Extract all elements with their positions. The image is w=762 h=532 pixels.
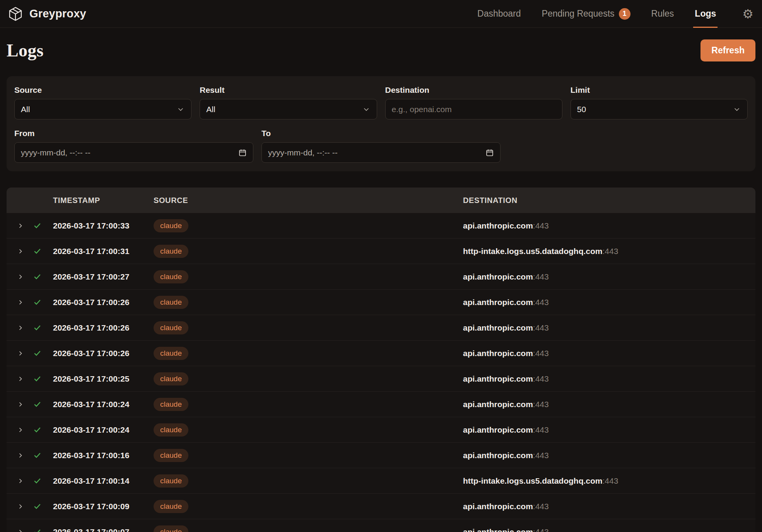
table-row[interactable]: 2026-03-17 17:00:09 claude api.anthropic… [7, 494, 755, 519]
table-row[interactable]: 2026-03-17 17:00:24 claude api.anthropic… [7, 392, 755, 417]
nav-logs[interactable]: Logs [695, 0, 716, 28]
expand-chevron-icon[interactable] [17, 452, 33, 459]
expand-chevron-icon[interactable] [17, 273, 33, 281]
source-badge: claude [154, 474, 188, 488]
row-destination: api.anthropic.com:443 [463, 374, 755, 384]
destination-port: :443 [533, 349, 549, 358]
filter-to-label: To [261, 129, 501, 138]
limit-select[interactable]: 50 [571, 99, 748, 119]
filters-panel: Source All Result All Destination Limit [7, 76, 755, 171]
result-select-value: All [206, 105, 215, 114]
expand-chevron-icon[interactable] [17, 426, 33, 434]
destination-port: :443 [533, 502, 549, 511]
row-source: claude [154, 270, 463, 283]
destination-input[interactable] [385, 99, 562, 119]
success-check-icon [33, 374, 53, 383]
destination-host: api.anthropic.com [463, 400, 533, 409]
nav-dashboard[interactable]: Dashboard [477, 0, 521, 28]
to-datetime-input[interactable]: yyyy-mm-dd, --:-- -- [261, 142, 501, 163]
success-check-icon [33, 323, 53, 332]
brand: Greyproxy [7, 5, 86, 22]
destination-host: api.anthropic.com [463, 221, 533, 230]
destination-host: api.anthropic.com [463, 527, 533, 532]
row-destination: api.anthropic.com:443 [463, 527, 755, 532]
expand-chevron-icon[interactable] [17, 503, 33, 510]
source-badge: claude [154, 270, 188, 283]
destination-host: api.anthropic.com [463, 298, 533, 307]
destination-host: http-intake.logs.us5.datadoghq.com [463, 247, 603, 256]
row-destination: api.anthropic.com:443 [463, 349, 755, 358]
table-row[interactable]: 2026-03-17 17:00:07 claude api.anthropic… [7, 519, 755, 532]
calendar-icon[interactable] [238, 148, 247, 157]
destination-port: :443 [603, 476, 618, 485]
limit-select-value: 50 [577, 105, 586, 114]
expand-chevron-icon[interactable] [17, 350, 33, 357]
nav-pending-requests[interactable]: Pending Requests 1 [542, 0, 630, 28]
destination-host: api.anthropic.com [463, 451, 533, 460]
row-timestamp: 2026-03-17 17:00:26 [53, 323, 154, 332]
pending-count-badge: 1 [619, 8, 630, 20]
brand-name: Greyproxy [29, 7, 86, 20]
success-check-icon [33, 247, 53, 256]
destination-host: api.anthropic.com [463, 502, 533, 511]
source-select[interactable]: All [14, 99, 191, 119]
expand-chevron-icon[interactable] [17, 375, 33, 383]
table-row[interactable]: 2026-03-17 17:00:26 claude api.anthropic… [7, 315, 755, 341]
expand-chevron-icon[interactable] [17, 477, 33, 485]
expand-chevron-icon[interactable] [17, 324, 33, 332]
nav-pending-requests-label: Pending Requests [542, 9, 615, 19]
table-row[interactable]: 2026-03-17 17:00:25 claude api.anthropic… [7, 366, 755, 392]
settings-gear-icon[interactable]: ⚙ [742, 8, 753, 20]
row-destination: api.anthropic.com:443 [463, 400, 755, 409]
table-row[interactable]: 2026-03-17 17:00:26 claude api.anthropic… [7, 290, 755, 315]
success-check-icon [33, 451, 53, 460]
expand-chevron-icon[interactable] [17, 298, 33, 306]
source-badge: claude [154, 500, 188, 513]
main-content: Logs Refresh Source All Result All Desti… [0, 39, 762, 532]
calendar-icon[interactable] [485, 148, 494, 157]
result-select[interactable]: All [200, 99, 377, 119]
header-destination: DESTINATION [463, 196, 755, 205]
row-source: claude [154, 296, 463, 309]
destination-port: :443 [533, 527, 549, 532]
destination-host: api.anthropic.com [463, 374, 533, 383]
nav-dashboard-label: Dashboard [477, 9, 521, 19]
page-title: Logs [7, 40, 44, 61]
nav-items: Dashboard Pending Requests 1 Rules Logs … [477, 0, 753, 28]
success-check-icon [33, 272, 53, 281]
row-destination: api.anthropic.com:443 [463, 502, 755, 511]
logo-icon [7, 5, 24, 22]
table-row[interactable]: 2026-03-17 17:00:27 claude api.anthropic… [7, 264, 755, 290]
success-check-icon [33, 298, 53, 307]
destination-host: api.anthropic.com [463, 323, 533, 332]
table-row[interactable]: 2026-03-17 17:00:24 claude api.anthropic… [7, 417, 755, 443]
from-datetime-input[interactable]: yyyy-mm-dd, --:-- -- [14, 142, 253, 163]
table-row[interactable]: 2026-03-17 17:00:33 claude api.anthropic… [7, 213, 755, 239]
table-row[interactable]: 2026-03-17 17:00:16 claude api.anthropic… [7, 443, 755, 468]
nav-rules[interactable]: Rules [651, 0, 674, 28]
source-select-value: All [21, 105, 30, 114]
row-destination: http-intake.logs.us5.datadoghq.com:443 [463, 476, 755, 486]
destination-port: :443 [533, 298, 549, 307]
success-check-icon [33, 476, 53, 485]
table-row[interactable]: 2026-03-17 17:00:26 claude api.anthropic… [7, 341, 755, 366]
filter-destination: Destination [385, 85, 562, 119]
destination-port: :443 [533, 425, 549, 434]
table-row[interactable]: 2026-03-17 17:00:31 claude http-intake.l… [7, 239, 755, 264]
expand-chevron-icon[interactable] [17, 401, 33, 408]
expand-chevron-icon[interactable] [17, 528, 33, 532]
source-badge: claude [154, 372, 188, 385]
row-timestamp: 2026-03-17 17:00:33 [53, 221, 154, 230]
row-source: claude [154, 449, 463, 462]
chevron-down-icon [362, 105, 371, 114]
destination-port: :443 [533, 451, 549, 460]
source-badge: claude [154, 296, 188, 309]
expand-chevron-icon[interactable] [17, 222, 33, 230]
refresh-button[interactable]: Refresh [700, 39, 755, 61]
success-check-icon [33, 221, 53, 230]
table-body: 2026-03-17 17:00:33 claude api.anthropic… [7, 213, 755, 532]
table-row[interactable]: 2026-03-17 17:00:14 claude http-intake.l… [7, 468, 755, 494]
row-source: claude [154, 398, 463, 411]
row-destination: api.anthropic.com:443 [463, 298, 755, 307]
expand-chevron-icon[interactable] [17, 247, 33, 255]
